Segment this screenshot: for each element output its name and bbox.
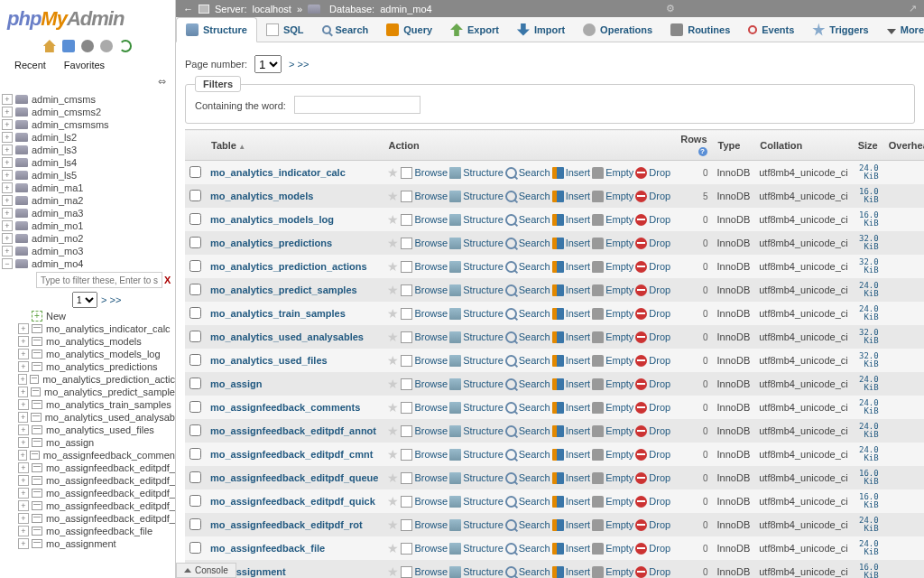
insert-link[interactable]: Insert — [566, 191, 591, 201]
table-node[interactable]: +mo_assignfeedback_editpdf_ — [18, 474, 175, 487]
table-node[interactable]: +mo_assignfeedback_file — [18, 525, 175, 537]
expand-icon[interactable]: + — [18, 323, 29, 334]
logo[interactable]: phpMyAdmin — [0, 0, 175, 38]
expand-icon[interactable]: + — [2, 119, 13, 130]
empty-link[interactable]: Empty — [605, 308, 633, 319]
browse-link[interactable]: Browse — [414, 167, 448, 178]
structure-link[interactable]: Structure — [463, 472, 504, 483]
empty-link[interactable]: Empty — [605, 496, 633, 507]
table-name-link[interactable]: mo_analytics_predict_samples — [210, 284, 357, 295]
browse-link[interactable]: Browse — [414, 191, 448, 201]
sidebar-page-select[interactable]: 1 — [72, 292, 97, 308]
table-node[interactable]: +mo_analytics_train_samples — [18, 398, 175, 411]
filter-word-input[interactable] — [294, 96, 420, 114]
table-node[interactable]: +mo_analytics_models_log — [18, 348, 175, 360]
drop-link[interactable]: Drop — [649, 566, 670, 577]
db-node[interactable]: +admin_ma2 — [2, 194, 175, 207]
browse-link[interactable]: Browse — [414, 378, 448, 389]
structure-link[interactable]: Structure — [463, 238, 504, 248]
row-checkbox[interactable] — [189, 424, 201, 436]
insert-link[interactable]: Insert — [566, 238, 591, 248]
favorite-star-icon[interactable]: ★ — [387, 564, 399, 578]
row-checkbox[interactable] — [189, 471, 201, 483]
docs-icon[interactable] — [62, 40, 75, 52]
insert-link[interactable]: Insert — [566, 496, 591, 507]
favorite-star-icon[interactable]: ★ — [387, 165, 399, 180]
structure-link[interactable]: Structure — [463, 167, 504, 178]
row-checkbox[interactable] — [189, 331, 201, 342]
col-table[interactable]: Table — [206, 130, 383, 161]
search-link[interactable]: Search — [519, 425, 550, 436]
structure-link[interactable]: Structure — [463, 378, 504, 389]
browse-link[interactable]: Browse — [414, 472, 448, 483]
search-link[interactable]: Search — [519, 543, 550, 554]
table-name-link[interactable]: mo_analytics_used_analysables — [210, 331, 364, 342]
empty-link[interactable]: Empty — [605, 331, 633, 342]
structure-link[interactable]: Structure — [463, 425, 504, 436]
row-checkbox[interactable] — [189, 401, 201, 413]
insert-link[interactable]: Insert — [566, 378, 591, 389]
structure-link[interactable]: Structure — [463, 449, 504, 460]
row-checkbox[interactable] — [189, 260, 201, 272]
expand-icon[interactable]: + — [18, 513, 29, 524]
db-node[interactable]: +admin_ls3 — [2, 144, 175, 156]
insert-link[interactable]: Insert — [566, 284, 591, 295]
table-name-link[interactable]: mo_assignfeedback_comments — [210, 402, 360, 413]
favorite-star-icon[interactable]: ★ — [387, 259, 399, 274]
db-node[interactable]: +admin_mo2 — [2, 232, 175, 245]
empty-link[interactable]: Empty — [605, 543, 633, 554]
browse-link[interactable]: Browse — [414, 308, 448, 319]
db-node[interactable]: +admin_cmsms2 — [2, 106, 175, 118]
expand-icon[interactable]: + — [18, 412, 28, 423]
new-table-link[interactable]: New — [46, 311, 66, 322]
favorite-star-icon[interactable]: ★ — [387, 189, 399, 203]
structure-link[interactable]: Structure — [463, 402, 504, 413]
search-link[interactable]: Search — [519, 355, 550, 366]
empty-link[interactable]: Empty — [605, 566, 633, 577]
insert-link[interactable]: Insert — [566, 261, 591, 272]
empty-link[interactable]: Empty — [605, 238, 633, 248]
table-node[interactable]: +mo_analytics_used_analysab — [18, 411, 175, 424]
table-name-link[interactable]: mo_analytics_models_log — [210, 214, 334, 225]
drop-link[interactable]: Drop — [649, 543, 670, 554]
drop-link[interactable]: Drop — [649, 355, 670, 366]
structure-link[interactable]: Structure — [463, 214, 504, 225]
search-link[interactable]: Search — [519, 378, 550, 389]
console-toggle[interactable]: Console — [176, 563, 236, 578]
table-node[interactable]: +mo_analytics_predictions — [18, 360, 175, 373]
insert-link[interactable]: Insert — [566, 472, 591, 483]
expand-icon[interactable]: + — [18, 475, 29, 486]
empty-link[interactable]: Empty — [605, 378, 633, 389]
favorite-star-icon[interactable]: ★ — [387, 424, 399, 438]
database-name[interactable]: admin_mo4 — [380, 4, 431, 14]
table-node[interactable]: +mo_analytics_used_files — [18, 424, 175, 436]
table-name-link[interactable]: mo_assignfeedback_editpdf_quick — [210, 496, 375, 507]
row-checkbox[interactable] — [189, 166, 201, 178]
back-arrow-icon[interactable]: ← — [183, 4, 193, 14]
drop-link[interactable]: Drop — [649, 378, 670, 389]
table-node[interactable]: +mo_assignfeedback_editpdf_ — [18, 512, 175, 525]
favorite-star-icon[interactable]: ★ — [387, 353, 399, 368]
page-next-link[interactable]: > >> — [289, 59, 309, 70]
expand-icon[interactable]: + — [2, 157, 13, 168]
browse-link[interactable]: Browse — [414, 519, 448, 530]
row-checkbox[interactable] — [189, 495, 201, 507]
tab-favorites[interactable]: Favorites — [55, 58, 114, 72]
tab-more[interactable]: More — [878, 17, 924, 42]
col-size[interactable]: Size — [853, 130, 883, 161]
search-link[interactable]: Search — [519, 261, 550, 272]
browse-link[interactable]: Browse — [414, 496, 448, 507]
col-overhead[interactable]: Overhead — [883, 130, 924, 161]
row-checkbox[interactable] — [189, 354, 201, 366]
table-node[interactable]: +mo_assign — [18, 436, 175, 449]
insert-link[interactable]: Insert — [566, 214, 591, 225]
server-name[interactable]: localhost — [252, 4, 291, 14]
row-checkbox[interactable] — [189, 307, 201, 319]
db-node[interactable]: +admin_ma1 — [2, 182, 175, 194]
info-icon[interactable]: ? — [698, 147, 707, 156]
structure-link[interactable]: Structure — [463, 191, 504, 201]
structure-link[interactable]: Structure — [463, 566, 504, 577]
favorite-star-icon[interactable]: ★ — [387, 306, 399, 321]
col-collation[interactable]: Collation — [754, 130, 852, 161]
drop-link[interactable]: Drop — [649, 331, 670, 342]
